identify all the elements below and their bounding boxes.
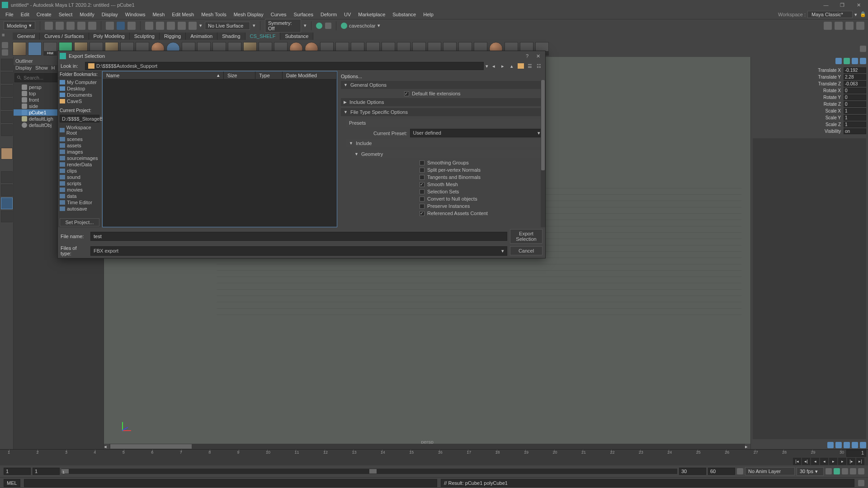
- channelbox-icon-3[interactable]: [852, 58, 858, 64]
- bookmark-desktop[interactable]: Desktop: [58, 85, 101, 92]
- shelf-edit-icon[interactable]: [2, 49, 8, 56]
- menu-modify[interactable]: Modify: [76, 11, 98, 18]
- nav-fwd-icon[interactable]: ▸: [499, 62, 506, 70]
- channelbox-icon-1[interactable]: [835, 58, 842, 64]
- play-back-button[interactable]: ◂: [820, 458, 828, 465]
- animlayer-selector[interactable]: No Anim Layer: [745, 467, 795, 475]
- col-type[interactable]: Type: [255, 71, 283, 79]
- geom-referencedassetscontent-checkbox[interactable]: [420, 211, 425, 216]
- menu-select[interactable]: Select: [55, 11, 76, 18]
- menu-create[interactable]: Create: [33, 11, 55, 18]
- menuset-selector[interactable]: Modeling▾: [4, 21, 35, 30]
- account-icon[interactable]: [341, 23, 347, 29]
- geom-tangentsandbinormals-checkbox[interactable]: [420, 175, 425, 180]
- dialog-help-button[interactable]: ?: [522, 52, 533, 60]
- file-list[interactable]: Name▴ Size Type Date Modified: [102, 71, 337, 227]
- projfolder-movies[interactable]: movies: [58, 187, 101, 193]
- current-frame-field[interactable]: 1: [846, 450, 866, 457]
- script-lang-selector[interactable]: MEL: [4, 479, 20, 487]
- step-back-key-button[interactable]: ◂|: [802, 458, 810, 465]
- minimize-button[interactable]: —: [818, 0, 834, 9]
- snap-curve-icon[interactable]: [156, 22, 164, 30]
- menu-help[interactable]: Help: [420, 11, 437, 18]
- select-tool[interactable]: [1, 59, 13, 70]
- snap-point-icon[interactable]: [167, 22, 175, 30]
- layout-single[interactable]: [1, 171, 13, 183]
- projfolder-timeeditor[interactable]: Time Editor: [58, 199, 101, 206]
- menu-curves[interactable]: Curves: [267, 11, 290, 18]
- redo-icon[interactable]: [88, 22, 96, 30]
- menu-mesh[interactable]: Mesh: [149, 11, 168, 18]
- prefs-icon-1[interactable]: [834, 468, 840, 474]
- symmetry-selector[interactable]: Symmetry: Off: [265, 19, 301, 33]
- range-menu-icon[interactable]: [737, 468, 743, 474]
- outliner-menu-help[interactable]: H: [52, 65, 55, 72]
- projfolder-autosave[interactable]: autosave: [58, 206, 101, 212]
- menu-meshdisplay[interactable]: Mesh Display: [230, 11, 267, 18]
- geom-converttonullobjects-checkbox[interactable]: [420, 197, 425, 202]
- time-slider[interactable]: 1 12345678910111213141516171819202122232…: [0, 449, 868, 457]
- menu-meshtools[interactable]: Mesh Tools: [198, 11, 230, 18]
- scale-tool[interactable]: [1, 124, 13, 136]
- bookmark-mycomputer[interactable]: My Computer: [58, 79, 101, 85]
- pause-icon[interactable]: [325, 23, 331, 29]
- projfolder-data[interactable]: data: [58, 193, 101, 199]
- lasso-tool[interactable]: [1, 72, 13, 84]
- open-scene-icon[interactable]: [56, 22, 64, 30]
- include-section[interactable]: ▼Include: [346, 139, 543, 147]
- nav-newfolder-icon[interactable]: [517, 62, 524, 70]
- geom-selectionsets-checkbox[interactable]: [420, 189, 425, 194]
- menu-display[interactable]: Display: [98, 11, 122, 18]
- projfolder-scripts[interactable]: scripts: [58, 180, 101, 187]
- channel-value-rotatey[interactable]: [844, 94, 866, 100]
- layer-icon-5[interactable]: [860, 442, 866, 448]
- scroll-right-icon[interactable]: ▸: [745, 444, 750, 449]
- menu-substance[interactable]: Substance: [389, 11, 420, 18]
- shelftab-poly[interactable]: Poly Modeling: [89, 33, 130, 40]
- shelftab-substance[interactable]: Substance: [280, 33, 313, 40]
- move-tool[interactable]: [1, 98, 13, 110]
- projfolder-scenes[interactable]: scenes: [58, 136, 101, 142]
- snap-grid-icon[interactable]: [145, 22, 153, 30]
- shelftab-curves[interactable]: Curves / Surfaces: [40, 33, 89, 40]
- shelf-item-hist[interactable]: Hist: [43, 42, 57, 56]
- shelftab-anim[interactable]: Animation: [186, 33, 217, 40]
- channel-value-translatex[interactable]: [844, 67, 866, 73]
- prefs-icon-3[interactable]: [850, 468, 856, 474]
- channel-value-translatey[interactable]: [844, 74, 866, 80]
- menu-deform[interactable]: Deform: [317, 11, 340, 18]
- paint-select-icon[interactable]: [127, 22, 136, 30]
- projfolder-images[interactable]: images: [58, 149, 101, 155]
- play-forward-button[interactable]: ▸: [829, 458, 837, 465]
- maximize-button[interactable]: ❐: [835, 0, 850, 9]
- autokey-icon[interactable]: [826, 468, 832, 474]
- geom-preserveinstances-checkbox[interactable]: [420, 204, 425, 209]
- channel-value-rotatex[interactable]: [844, 88, 866, 94]
- range-end-out-field[interactable]: [708, 468, 735, 475]
- toggle-toolsettings-icon[interactable]: [835, 22, 843, 30]
- command-input[interactable]: [24, 479, 438, 487]
- projfolder-workspaceroot[interactable]: Workspace Root: [58, 124, 101, 136]
- menu-marketplace[interactable]: Marketplace: [354, 11, 389, 18]
- bookmark-caves[interactable]: CaveS: [58, 98, 101, 104]
- channelbox-icon-2[interactable]: [844, 58, 850, 64]
- projfolder-clips[interactable]: clips: [58, 168, 101, 174]
- layout-persp[interactable]: [1, 211, 13, 222]
- snap-live-icon[interactable]: [189, 22, 197, 30]
- channel-value-rotatez[interactable]: [844, 101, 866, 107]
- range-end-in-field[interactable]: [679, 468, 706, 475]
- shelf-menu-icon[interactable]: ≡: [2, 32, 11, 40]
- projfolder-assets[interactable]: assets: [58, 142, 101, 149]
- geometry-section[interactable]: ▼Geometry: [352, 150, 543, 158]
- filetype-selector[interactable]: FBX export▾: [90, 246, 507, 256]
- set-project-button[interactable]: Set Project...: [60, 218, 99, 226]
- options-scroll-thumb[interactable]: [541, 80, 545, 170]
- channel-value-scalez[interactable]: [844, 122, 866, 127]
- nav-back-icon[interactable]: ◂: [490, 62, 497, 70]
- view-list-icon[interactable]: ☰: [526, 62, 533, 70]
- shelftab-shading[interactable]: Shading: [217, 33, 245, 40]
- viewport-scrollbar[interactable]: ◂ ▸: [104, 444, 750, 449]
- geom-smoothinggroups-checkbox[interactable]: [420, 160, 425, 165]
- layer-icon-4[interactable]: [852, 442, 858, 448]
- col-size[interactable]: Size: [224, 71, 255, 79]
